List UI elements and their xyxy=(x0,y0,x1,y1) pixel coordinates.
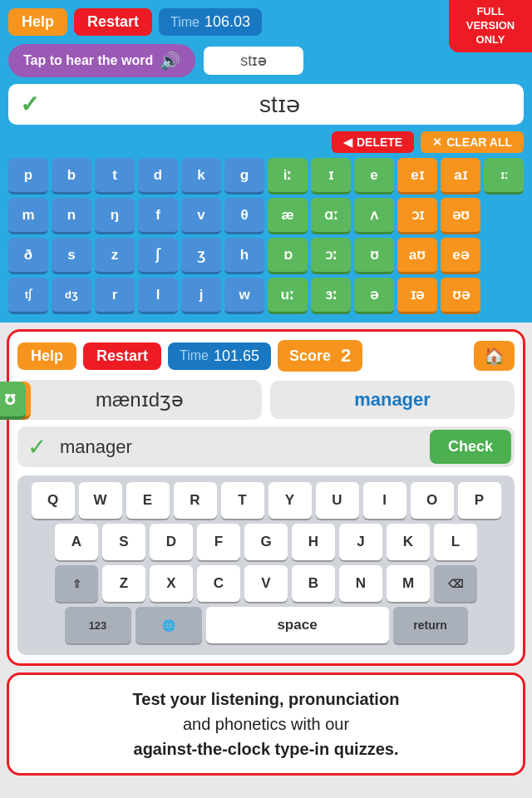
key-k[interactable]: K xyxy=(387,524,430,560)
key-v[interactable]: V xyxy=(244,565,288,602)
pkey-dh[interactable]: ð xyxy=(8,238,48,274)
pkey-z[interactable]: z xyxy=(95,238,135,274)
key-f[interactable]: F xyxy=(197,524,240,560)
key-row-3: ⇧ Z X C V B N M ⌫ xyxy=(21,565,511,602)
pkey-zh[interactable]: ʒ xyxy=(181,238,221,274)
pkey-uh[interactable]: ʊ xyxy=(354,238,394,274)
pkey-o[interactable]: ɒ xyxy=(268,238,308,274)
key-c[interactable]: C xyxy=(197,565,240,602)
pkey-ng[interactable]: ŋ xyxy=(95,198,135,234)
key-h[interactable]: H xyxy=(292,524,335,560)
pkey-b[interactable]: b xyxy=(52,158,91,195)
key-q[interactable]: Q xyxy=(32,482,75,519)
bottom-help-button[interactable]: Help xyxy=(17,342,76,370)
pkey-d[interactable]: d xyxy=(138,158,178,195)
key-g[interactable]: G xyxy=(244,524,288,560)
globe-key[interactable]: 🌐 xyxy=(135,607,202,643)
pkey-k[interactable]: k xyxy=(181,158,221,195)
key-x[interactable]: X xyxy=(150,565,193,602)
pkey-ea[interactable]: eə xyxy=(441,238,480,274)
key-i[interactable]: I xyxy=(363,482,406,519)
full-version-line2: VERSION xyxy=(457,19,524,33)
key-r[interactable]: R xyxy=(174,482,217,519)
pkey-i[interactable]: ɪ xyxy=(311,158,351,195)
pkey-ii2[interactable]: ɪː xyxy=(484,158,524,195)
key-l[interactable]: L xyxy=(434,524,477,560)
key-a[interactable]: A xyxy=(55,524,98,560)
pkey-j[interactable]: j xyxy=(181,278,221,314)
pkey-h[interactable]: h xyxy=(224,238,264,274)
backspace-key[interactable]: ⌫ xyxy=(434,565,477,602)
clear-all-button[interactable]: ✕ CLEAR ALL xyxy=(421,131,524,153)
pkey-w[interactable]: w xyxy=(224,278,264,314)
check-button[interactable]: Check xyxy=(430,430,511,464)
key-s[interactable]: S xyxy=(102,524,145,560)
pkey-f[interactable]: f xyxy=(138,198,178,234)
pkey-v2[interactable]: ʌ xyxy=(354,198,394,234)
pkey-g[interactable]: g xyxy=(224,158,264,195)
pkey-a[interactable]: ɑː xyxy=(311,198,351,234)
key-p[interactable]: P xyxy=(458,482,501,519)
clear-all-label: CLEAR ALL xyxy=(446,135,512,149)
pkey-e[interactable]: e xyxy=(354,158,394,195)
key-n[interactable]: N xyxy=(339,565,382,602)
bottom-restart-button[interactable]: Restart xyxy=(83,342,161,370)
pkey-er[interactable]: ɜː xyxy=(311,278,351,314)
word-display: manager xyxy=(270,381,515,419)
pkey-t[interactable]: t xyxy=(95,158,135,195)
pkey-th[interactable]: θ xyxy=(224,198,264,234)
key-e[interactable]: E xyxy=(126,482,170,519)
pkey-v[interactable]: v xyxy=(181,198,221,234)
pkey-schwa[interactable]: ə xyxy=(354,278,394,314)
restart-button[interactable]: Restart xyxy=(74,8,152,36)
numbers-key[interactable]: 123 xyxy=(65,607,131,643)
pkey-oi[interactable]: ɔɪ xyxy=(397,198,437,234)
key-d[interactable]: D xyxy=(150,524,193,560)
pkey-s[interactable]: s xyxy=(52,238,91,274)
description-bold: Test your listening, pronunciation xyxy=(133,690,400,708)
return-key[interactable]: return xyxy=(393,607,468,643)
score-label: Score xyxy=(289,347,331,365)
pkey-ou[interactable]: əʊ xyxy=(441,198,480,234)
pkey-l[interactable]: l xyxy=(138,278,178,314)
bottom-section: aɪ ʃ ʊ Help Restart Time 101.65 Score 2 … xyxy=(7,329,525,666)
full-version-line1: FULL xyxy=(457,5,524,19)
time-label: Time xyxy=(170,15,200,30)
pkey-n[interactable]: n xyxy=(52,198,91,234)
pkey-ii[interactable]: iː xyxy=(268,158,308,195)
pkey-p[interactable]: p xyxy=(8,158,48,195)
key-row-1: Q W E R T Y U I O P xyxy=(21,482,511,519)
key-j[interactable]: J xyxy=(339,524,382,560)
delete-button[interactable]: ◀ DELETE xyxy=(332,131,414,153)
key-u[interactable]: U xyxy=(316,482,359,519)
pkey-r[interactable]: r xyxy=(95,278,135,314)
key-o[interactable]: O xyxy=(411,482,454,519)
pkey-ie[interactable]: ɪə xyxy=(397,278,437,314)
key-t[interactable]: T xyxy=(221,482,264,519)
home-button[interactable]: 🏠 xyxy=(474,341,515,371)
key-b[interactable]: B xyxy=(292,565,335,602)
key-w[interactable]: W xyxy=(79,482,122,519)
x-icon: ✕ xyxy=(432,135,442,149)
shift-key[interactable]: ⇧ xyxy=(55,565,98,602)
score-display: Score 2 xyxy=(278,340,362,372)
pkey-ae[interactable]: æ xyxy=(268,198,308,234)
pkey-ch[interactable]: tʃ xyxy=(8,278,48,314)
help-button[interactable]: Help xyxy=(8,8,67,36)
key-y[interactable]: Y xyxy=(268,482,312,519)
answer-input[interactable] xyxy=(57,428,426,466)
key-z[interactable]: Z xyxy=(102,565,145,602)
pkey-ai[interactable]: aɪ xyxy=(441,158,480,195)
speaker-icon: 🔊 xyxy=(160,51,180,71)
pkey-uu[interactable]: uː xyxy=(268,278,308,314)
pkey-oo[interactable]: ɔː xyxy=(311,238,351,274)
pkey-au[interactable]: aʊ xyxy=(397,238,437,274)
pkey-ei[interactable]: eɪ xyxy=(397,158,437,195)
tap-to-hear-button[interactable]: Tap to hear the word 🔊 xyxy=(8,44,195,77)
space-key[interactable]: space xyxy=(206,607,389,643)
key-m[interactable]: M xyxy=(387,565,430,602)
pkey-ue[interactable]: ʊə xyxy=(441,278,480,314)
pkey-dz[interactable]: dʒ xyxy=(52,278,91,314)
pkey-m[interactable]: m xyxy=(8,198,48,234)
pkey-sh[interactable]: ʃ xyxy=(138,238,178,274)
